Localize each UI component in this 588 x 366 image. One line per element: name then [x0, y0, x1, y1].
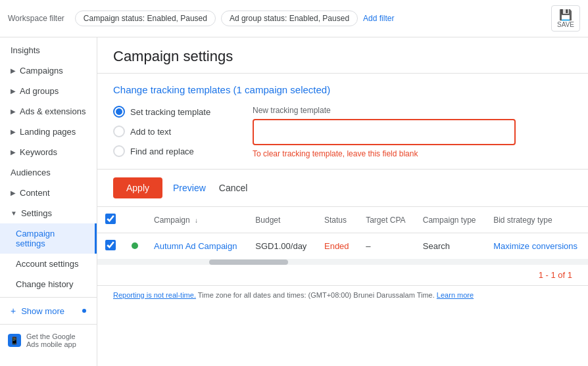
tracking-template-input[interactable] — [253, 119, 516, 145]
mobile-app-label: Get the Google Ads mobile app — [26, 332, 89, 348]
radio-group: Set tracking template Add to text Find a… — [113, 106, 232, 158]
col-header-check — [97, 207, 124, 233]
sidebar-item-content[interactable]: ▶ Content — [0, 183, 97, 203]
row-status: Ended — [316, 233, 358, 260]
scrollbar-thumb[interactable] — [209, 260, 288, 265]
campaign-link[interactable]: Autumn Ad Campaign — [154, 241, 237, 251]
sidebar-item-keywords[interactable]: ▶ Keywords — [0, 142, 97, 162]
sidebar-item-label: Campaigns — [20, 66, 63, 76]
radio-add-to-text[interactable]: Add to text — [113, 126, 232, 137]
select-all-checkbox[interactable] — [105, 214, 116, 224]
status-ended: Ended — [324, 241, 349, 251]
page-title: Campaign settings — [113, 48, 572, 65]
sidebar-item-settings[interactable]: ▼ Settings — [0, 203, 97, 223]
sidebar-show-more[interactable]: + Show more — [0, 300, 97, 321]
sidebar-item-campaign-settings[interactable]: Campaign settings — [0, 223, 97, 254]
sidebar-item-campaigns[interactable]: ▶ Campaigns — [0, 60, 97, 81]
col-header-campaign[interactable]: Campaign ↓ — [146, 207, 247, 233]
row-budget: SGD1.00/day — [247, 233, 316, 260]
reporting-link[interactable]: Reporting is not real-time. — [113, 291, 196, 299]
show-more-label: Show more — [21, 306, 64, 316]
sidebar-item-account-settings[interactable]: Account settings — [0, 254, 97, 274]
sidebar-divider — [0, 297, 97, 298]
table-row: Autumn Ad Campaign SGD1.00/day Ended – S… — [97, 233, 588, 260]
sidebar-item-ads-extensions[interactable]: ▶ Ads & extensions — [0, 101, 97, 122]
col-label-status: Status — [324, 216, 347, 225]
sidebar-item-ad-groups[interactable]: ▶ Ad groups — [0, 81, 97, 101]
col-label-campaign: Campaign — [154, 216, 190, 225]
row-bid-strategy: Maximize conversions — [485, 233, 588, 260]
chevron-icon: ▶ — [11, 189, 16, 196]
col-header-target-cpa[interactable]: Target CPA — [358, 207, 415, 233]
template-section: New tracking template To clear tracking … — [253, 106, 516, 158]
sidebar-item-label: Keywords — [20, 147, 57, 157]
row-campaign-name[interactable]: Autumn Ad Campaign — [146, 233, 247, 260]
sidebar-item-label: Insights — [11, 45, 40, 55]
col-label-budget: Budget — [255, 216, 280, 225]
col-header-status[interactable]: Status — [316, 207, 358, 233]
sidebar-item-label: Landing pages — [20, 127, 76, 137]
panel-title: Change tracking templates (1 campaign se… — [113, 84, 572, 95]
chevron-icon: ▶ — [11, 149, 16, 156]
sidebar-item-insights[interactable]: Insights — [0, 40, 97, 60]
filter-chip-adgroup[interactable]: Ad group status: Enabled, Paused — [221, 11, 358, 26]
plus-icon: + — [11, 306, 16, 316]
save-button[interactable]: 💾 SAVE — [551, 5, 580, 32]
sidebar-item-label: Ad groups — [20, 86, 59, 96]
action-bar: Apply Preview Cancel — [97, 170, 588, 207]
sidebar-divider-2 — [0, 324, 97, 325]
row-target-cpa: – — [358, 233, 415, 260]
col-label-campaign-type: Campaign type — [423, 216, 476, 225]
sidebar-mobile-app[interactable]: 📱 Get the Google Ads mobile app — [0, 327, 97, 354]
radio-circle-checked — [113, 106, 125, 118]
radio-label-find-replace: Find and replace — [130, 147, 194, 156]
sidebar-item-landing-pages[interactable]: ▶ Landing pages — [0, 122, 97, 142]
add-filter-button[interactable]: Add filter — [363, 14, 394, 23]
workspace-label: Workspace filter — [8, 14, 64, 23]
pagination: 1 - 1 of 1 — [97, 265, 588, 285]
bid-strategy-link[interactable]: Maximize conversions — [493, 241, 577, 251]
radio-label-set-tracking: Set tracking template — [130, 107, 210, 117]
chevron-icon: ▶ — [11, 87, 16, 95]
learn-more-link[interactable]: Learn more — [437, 291, 474, 299]
campaigns-table: Campaign ↓ Budget Status Target CPA — [97, 207, 588, 260]
sidebar-item-change-history[interactable]: Change history — [0, 274, 97, 294]
top-bar: Workspace filter Campaign status: Enable… — [0, 0, 588, 37]
timezone-text: Time zone for all dates and times: (GMT+… — [198, 291, 435, 299]
col-label-bid-strategy: Bid strategy type — [493, 216, 552, 225]
radio-circle-unchecked — [113, 126, 125, 137]
sidebar-item-label: Ads & extensions — [20, 106, 86, 116]
mobile-icon: 📱 — [8, 334, 21, 347]
row-checkbox[interactable] — [105, 240, 116, 250]
sidebar-item-label: Audiences — [11, 168, 51, 177]
sidebar-item-label: Content — [20, 188, 50, 198]
preview-button[interactable]: Preview — [170, 177, 208, 198]
table-header-row: Campaign ↓ Budget Status Target CPA — [97, 207, 588, 233]
template-hint: To clear tracking template, leave this f… — [253, 149, 516, 158]
chevron-icon: ▼ — [11, 210, 17, 217]
status-dot-green — [132, 242, 138, 249]
col-header-bid-strategy[interactable]: Bid strategy type — [485, 207, 588, 233]
content-area: Campaign settings Change tracking templa… — [97, 37, 588, 366]
sidebar-item-label: Change history — [16, 279, 73, 289]
col-header-budget[interactable]: Budget — [247, 207, 316, 233]
main-layout: Insights ▶ Campaigns ▶ Ad groups ▶ Ads &… — [0, 37, 588, 366]
sidebar-item-audiences[interactable]: Audiences — [0, 162, 97, 183]
row-check[interactable] — [97, 233, 124, 260]
cancel-button[interactable]: Cancel — [216, 177, 251, 198]
radio-label-add-to-text: Add to text — [130, 127, 171, 137]
footer: Reporting is not real-time. Time zone fo… — [97, 285, 588, 304]
sidebar: Insights ▶ Campaigns ▶ Ad groups ▶ Ads &… — [0, 37, 97, 366]
chevron-icon: ▶ — [11, 128, 16, 135]
col-header-campaign-type[interactable]: Campaign type — [415, 207, 485, 233]
radio-find-replace[interactable]: Find and replace — [113, 145, 232, 157]
radio-set-tracking[interactable]: Set tracking template — [113, 106, 232, 118]
show-more-dot — [82, 309, 86, 313]
apply-button[interactable]: Apply — [113, 177, 162, 198]
chevron-icon: ▶ — [11, 67, 16, 74]
sidebar-item-label: Settings — [21, 208, 52, 218]
save-label: SAVE — [557, 21, 574, 28]
sort-icon: ↓ — [195, 217, 198, 224]
chevron-icon: ▶ — [11, 108, 16, 115]
filter-chip-campaign[interactable]: Campaign status: Enabled, Paused — [75, 11, 216, 26]
